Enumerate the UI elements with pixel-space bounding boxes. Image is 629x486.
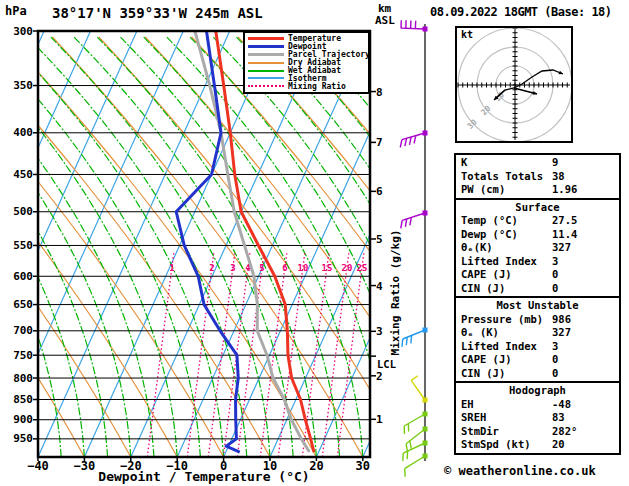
stat-value: 0 — [552, 367, 558, 381]
stat-label: StmSpd (kt) — [461, 438, 531, 450]
panel-title: Surface — [456, 201, 619, 215]
wind-barb — [402, 328, 428, 347]
stat-label: CAPE (J) — [461, 268, 512, 280]
stat-row: EH-48 — [456, 398, 619, 412]
pressure-tick-label: 950 — [3, 432, 33, 445]
pressure-tick-label: 400 — [3, 126, 33, 139]
stat-value: 327 — [552, 326, 571, 340]
stat-label: CAPE (J) — [461, 353, 512, 365]
stat-label: CIN (J) — [461, 367, 505, 379]
legend-sample-thick — [248, 53, 284, 56]
temperature-tick-label: 20 — [296, 459, 336, 473]
wet-adiabat-line — [120, 37, 339, 457]
mixing-ratio-value-label: 25 — [357, 263, 368, 273]
pressure-unit-label: hPa — [5, 4, 27, 18]
panel-title: Most Unstable — [456, 299, 619, 313]
page: { "header": { "pressure_unit": "hPa", "t… — [0, 0, 629, 486]
mixing-ratio-value-label: 10 — [298, 263, 309, 273]
altitude-tick-label: 3 — [376, 325, 383, 338]
wind-barb — [401, 20, 427, 31]
altitude-tick-label: 2 — [376, 370, 383, 383]
stat-value: 83 — [552, 411, 565, 425]
temperature-tick-label: 30 — [343, 459, 383, 473]
copyright-label: © weatheronline.co.uk — [444, 464, 596, 478]
mixing-ratio-value-label: 1 — [169, 263, 174, 273]
temperature-tick-label: 0 — [204, 459, 244, 473]
wet-adiabat-line — [167, 37, 386, 457]
pressure-tick-label: 650 — [3, 298, 33, 311]
mixing-ratio-line — [260, 252, 287, 457]
stat-label: Totals Totals — [461, 170, 543, 182]
pressure-tick-label: 300 — [3, 25, 33, 38]
pressure-tick-label: 550 — [3, 239, 33, 252]
stat-row: CIN (J)0 — [456, 367, 619, 381]
stat-label: θₑ(K) — [461, 241, 493, 253]
pressure-tick-label: 900 — [3, 413, 33, 426]
altitude-tick-label: 7 — [376, 136, 383, 149]
stat-row: PW (cm)1.96 — [456, 183, 619, 197]
mixing-ratio-value-label: 3 — [230, 263, 235, 273]
temperature-tick-label: −20 — [111, 459, 151, 473]
stat-label: EH — [461, 398, 474, 410]
isotherm-line — [131, 31, 323, 457]
stat-value: 0 — [552, 282, 558, 296]
isotherm-line — [224, 31, 416, 457]
stat-row: Pressure (mb)986 — [456, 313, 619, 327]
pressure-tick-label: 800 — [3, 372, 33, 385]
stat-value: 327 — [552, 241, 571, 255]
dry-adiabat-line — [0, 37, 270, 457]
mixing-ratio-value-label: 6 — [282, 263, 287, 273]
legend-sample-thick — [248, 37, 284, 40]
stat-row: StmDir282° — [456, 425, 619, 439]
mixing-ratio-line — [208, 252, 235, 457]
stat-label: SREH — [461, 411, 486, 423]
wet-adiabat-line — [97, 37, 316, 457]
altitude-tick-label: 5 — [376, 233, 383, 246]
dry-adiabat-line — [0, 37, 224, 457]
legend-sample-thin — [248, 77, 284, 79]
stat-row: CAPE (J)0 — [456, 268, 619, 282]
stat-value: 27.5 — [552, 214, 577, 228]
stat-row: CAPE (J)0 — [456, 353, 619, 367]
stats-panel: HodographEH-48SREH83StmDir282°StmSpd (kt… — [454, 381, 621, 455]
pressure-tick-label: 500 — [3, 205, 33, 218]
stat-value: -48 — [552, 398, 571, 412]
mixing-ratio-value-label: 15 — [322, 263, 333, 273]
stat-value: 11.4 — [552, 228, 577, 242]
legend-sample-thin — [248, 70, 284, 72]
pressure-tick-label: 700 — [3, 324, 33, 337]
wind-barb — [405, 454, 428, 477]
wet-adiabat-line — [236, 37, 455, 457]
stat-label: Dewp (°C) — [461, 228, 518, 240]
mixing-ratio-line — [237, 252, 264, 457]
stat-row: CIN (J)0 — [456, 282, 619, 296]
stat-value: 1.96 — [552, 183, 577, 197]
temperature-tick-label: 10 — [250, 459, 290, 473]
stat-row: K9 — [456, 156, 619, 170]
hodograph-unit-label: kt — [461, 29, 473, 40]
stat-row: θₑ (K)327 — [456, 326, 619, 340]
stat-label: Pressure (mb) — [461, 313, 543, 325]
mixing-ratio-axis-title: Mixing Ratio (g/kg) — [389, 223, 402, 363]
hodograph: 102030 — [456, 27, 572, 142]
wet-adiabat-line — [144, 37, 363, 457]
temperature-tick-label: −10 — [157, 459, 197, 473]
stat-label: θₑ (K) — [461, 326, 499, 338]
stats-panel: Most UnstablePressure (mb)986θₑ (K)327Li… — [454, 296, 621, 383]
page-title: 38°17'N 359°33'W 245m ASL — [52, 5, 263, 21]
altitude-tick-label: 8 — [376, 86, 383, 99]
isotherm-line — [38, 31, 230, 457]
pressure-tick-label: 850 — [3, 393, 33, 406]
mixing-ratio-value-label: 20 — [342, 263, 353, 273]
mixing-ratio-value-label: 5 — [259, 263, 264, 273]
pressure-tick-label: 750 — [3, 349, 33, 362]
pressure-tick-label: 450 — [3, 168, 33, 181]
altitude-tick-label: 1 — [376, 413, 383, 426]
stat-label: StmDir — [461, 425, 499, 437]
stat-row: SREH83 — [456, 411, 619, 425]
panel-title: Hodograph — [456, 384, 619, 398]
legend-sample-thick — [248, 45, 284, 48]
stat-row: Totals Totals38 — [456, 170, 619, 184]
stat-value: 38 — [552, 170, 565, 184]
legend-item: Mixing Ratio — [248, 82, 365, 90]
